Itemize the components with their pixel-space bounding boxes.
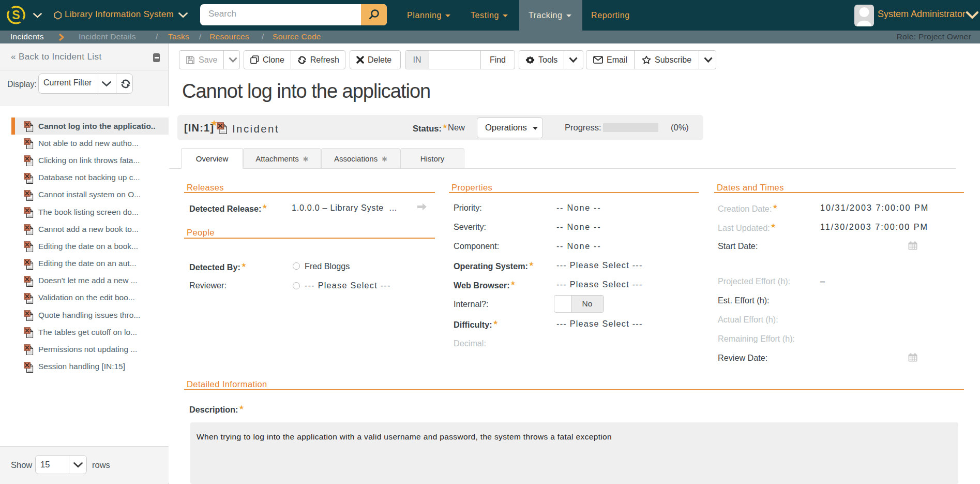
svg-text:S: S [12, 8, 20, 22]
